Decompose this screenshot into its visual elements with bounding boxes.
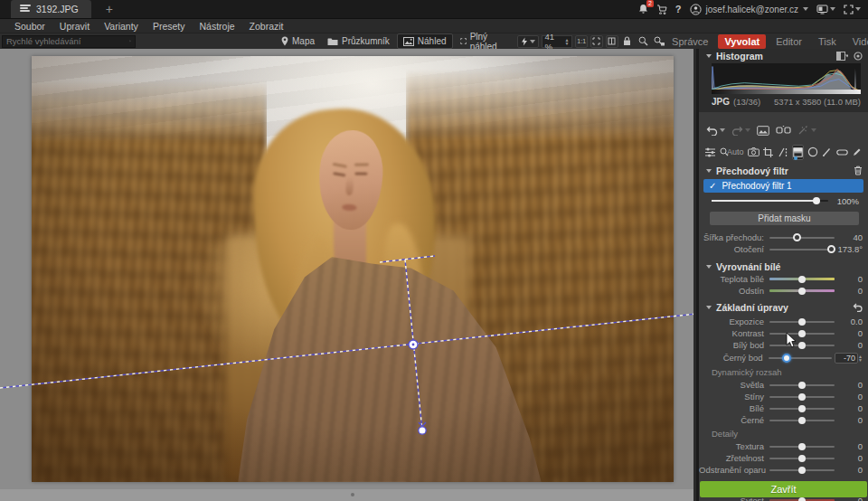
contrast-slider[interactable] bbox=[769, 333, 835, 335]
slider-thumb[interactable] bbox=[798, 318, 806, 326]
camera-tool[interactable] bbox=[748, 145, 760, 160]
settings-list-tool[interactable] bbox=[704, 145, 716, 160]
slider-thumb[interactable] bbox=[798, 276, 806, 283]
module-video[interactable]: Video bbox=[846, 34, 868, 49]
slider-thumb[interactable] bbox=[798, 455, 806, 462]
straighten-tool[interactable] bbox=[778, 145, 788, 160]
menu-soubor[interactable]: Soubor bbox=[7, 21, 52, 32]
fit-width-button[interactable] bbox=[606, 35, 618, 48]
zoom-stepper[interactable]: ▲▼ bbox=[564, 38, 569, 45]
slider-thumb[interactable] bbox=[798, 382, 806, 389]
menu-varianty[interactable]: Varianty bbox=[97, 21, 146, 32]
display-switch-button[interactable] bbox=[816, 5, 835, 14]
gradient-filter-item[interactable]: ✓ Přechodový filtr 1 bbox=[703, 179, 863, 193]
slider-thumb[interactable] bbox=[793, 233, 801, 241]
document-tab[interactable]: 3192.JPG bbox=[11, 0, 91, 18]
histogram-header[interactable]: Histogram bbox=[699, 49, 868, 62]
preview-quality-button[interactable] bbox=[517, 35, 539, 48]
chevron-down-icon bbox=[811, 128, 816, 132]
zoom-level-control[interactable]: 41 % ▲▼ bbox=[542, 35, 573, 48]
map-button[interactable]: Mapa bbox=[276, 34, 320, 48]
redo-button[interactable] bbox=[731, 126, 750, 136]
notifications-button[interactable]: 2 bbox=[638, 4, 648, 14]
menu-upravit[interactable]: Upravit bbox=[52, 21, 97, 32]
slider-thumb[interactable] bbox=[798, 330, 806, 337]
opacity-slider-thumb[interactable] bbox=[813, 197, 820, 204]
rotation-slider[interactable] bbox=[769, 249, 835, 250]
slider-thumb[interactable] bbox=[798, 393, 806, 401]
radial-filter-tool[interactable] bbox=[807, 145, 818, 160]
preview-button[interactable]: Náhled bbox=[397, 33, 453, 49]
white-point-slider[interactable] bbox=[769, 345, 835, 346]
undo-button[interactable] bbox=[706, 126, 725, 136]
module-vyvolat[interactable]: Vyvolat bbox=[718, 34, 766, 49]
filmstrip-grip[interactable] bbox=[351, 493, 354, 496]
whites-slider[interactable] bbox=[769, 408, 835, 410]
slider-thumb[interactable] bbox=[827, 245, 835, 253]
lock-button[interactable] bbox=[621, 35, 634, 48]
fit-screen-button[interactable] bbox=[590, 35, 603, 48]
shadows-slider[interactable] bbox=[769, 396, 835, 398]
pan-tool-button[interactable] bbox=[653, 35, 665, 48]
texture-slider[interactable] bbox=[769, 446, 835, 448]
opacity-slider[interactable] bbox=[712, 200, 828, 202]
module-tisk[interactable]: Tisk bbox=[812, 34, 843, 49]
tint-slider[interactable] bbox=[769, 289, 835, 292]
pen-tool[interactable] bbox=[852, 145, 863, 160]
module-editor[interactable]: Editor bbox=[769, 34, 808, 49]
delete-filter-button[interactable] bbox=[854, 165, 863, 175]
photo-preview[interactable] bbox=[32, 56, 674, 482]
retouch-tool[interactable] bbox=[836, 145, 848, 160]
dehaze-slider[interactable] bbox=[769, 469, 835, 471]
reset-section-button[interactable] bbox=[853, 303, 863, 312]
black-point-slider[interactable] bbox=[769, 357, 833, 359]
white-balance-header[interactable]: Vyrovnání bílé bbox=[699, 260, 868, 273]
exposure-slider[interactable] bbox=[769, 321, 835, 323]
close-button[interactable]: Zavřít bbox=[700, 481, 867, 497]
module-spravce[interactable]: Správce bbox=[665, 34, 714, 49]
temperature-slider[interactable] bbox=[769, 278, 835, 280]
account-menu[interactable]: josef.halicek@zoner.cz bbox=[690, 4, 808, 15]
zoom-100-button[interactable]: 1:1 bbox=[575, 35, 588, 48]
lights-slider[interactable] bbox=[769, 384, 835, 386]
compare-button[interactable] bbox=[757, 126, 769, 136]
gradient-filter-title: Přechodový filtr bbox=[716, 165, 788, 176]
slider-thumb[interactable] bbox=[798, 467, 806, 474]
straighten-icon bbox=[778, 147, 788, 157]
black-point-stepper[interactable]: ▲▼ bbox=[858, 354, 863, 362]
copy-settings-button[interactable] bbox=[776, 125, 791, 136]
blacks-slider[interactable] bbox=[769, 420, 835, 421]
transition-width-slider[interactable] bbox=[769, 237, 835, 239]
slider-thumb[interactable] bbox=[798, 417, 806, 424]
cart-button[interactable] bbox=[656, 5, 667, 14]
fullscreen-button[interactable] bbox=[844, 5, 861, 14]
filter-brush-tool[interactable] bbox=[822, 145, 833, 160]
zoom-tool-button[interactable] bbox=[637, 35, 649, 48]
slider-thumb[interactable] bbox=[798, 497, 806, 501]
gradient-filter-tool[interactable] bbox=[792, 145, 804, 160]
auto-enhance-tool[interactable]: Auto bbox=[720, 145, 744, 160]
preset-apply-button[interactable] bbox=[797, 125, 816, 136]
search-box[interactable] bbox=[2, 35, 136, 48]
add-mask-button[interactable]: Přidat masku bbox=[710, 212, 859, 225]
black-point-slider-thumb[interactable] bbox=[782, 354, 791, 363]
help-button[interactable]: ? bbox=[675, 4, 682, 14]
histogram-mode-icon[interactable] bbox=[836, 52, 848, 61]
new-tab-button[interactable]: + bbox=[100, 2, 118, 16]
slider-thumb[interactable] bbox=[798, 342, 806, 349]
menu-nastroje[interactable]: Nástroje bbox=[192, 21, 241, 32]
black-point-value-box[interactable]: -70 ▲▼ bbox=[835, 353, 863, 364]
basic-adjustments-header[interactable]: Základní úpravy bbox=[699, 300, 868, 314]
checkmark-icon[interactable]: ✓ bbox=[709, 181, 716, 191]
slider-thumb[interactable] bbox=[798, 288, 806, 295]
search-input[interactable] bbox=[3, 36, 129, 46]
slider-thumb[interactable] bbox=[798, 405, 806, 412]
explorer-button[interactable]: Průzkumník bbox=[322, 34, 395, 48]
crop-tool[interactable] bbox=[763, 145, 774, 160]
menu-presety[interactable]: Presety bbox=[146, 21, 193, 32]
gradient-filter-header[interactable]: Přechodový filtr bbox=[699, 164, 868, 177]
black-point-value[interactable]: -70 bbox=[835, 353, 858, 364]
slider-thumb[interactable] bbox=[798, 443, 806, 450]
overexposure-icon[interactable] bbox=[854, 52, 863, 61]
clarity-slider[interactable] bbox=[769, 458, 835, 459]
